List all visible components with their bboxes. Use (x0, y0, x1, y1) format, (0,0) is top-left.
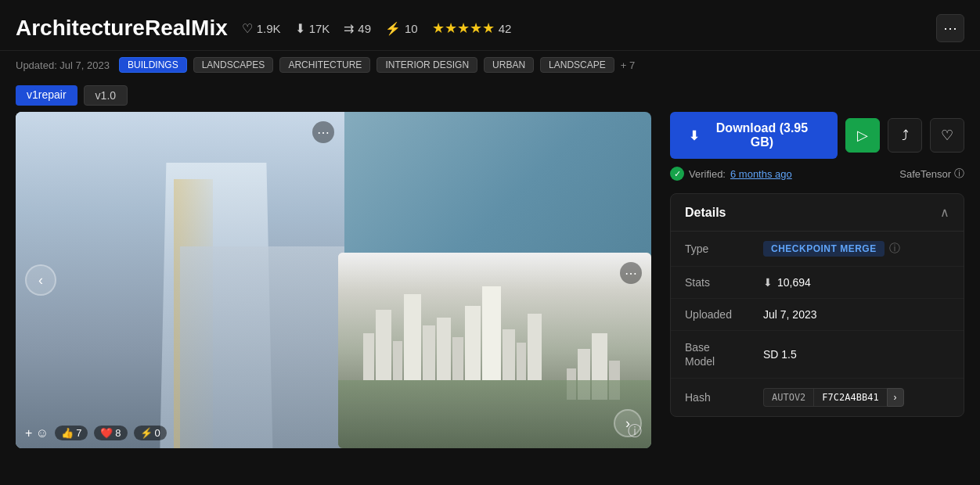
tips-count: 10 (405, 22, 418, 35)
hash-copy-button[interactable]: › (887, 388, 904, 407)
stats-value: ⬇ 10,694 (763, 276, 811, 289)
type-label: Type (685, 242, 755, 255)
gallery-image-right: ⋯ › (338, 253, 651, 448)
likes-stat: ♡ 1.9K (242, 21, 281, 36)
play-button[interactable]: ▷ (845, 118, 880, 153)
main-content: ⋯ (0, 112, 980, 448)
safetensor-info-icon[interactable]: ⓘ (954, 167, 964, 181)
gallery-nav-right[interactable]: › (614, 409, 642, 437)
details-stats-row: Stats ⬇ 10,694 (671, 267, 964, 299)
tag-urban[interactable]: URBAN (484, 57, 534, 73)
comments-stat: ⇉ 49 (344, 21, 371, 36)
safetensor-text: SafeTensor (899, 168, 951, 180)
gallery-nav-left[interactable]: ‹ (25, 264, 56, 296)
image-gallery: ⋯ (16, 112, 651, 448)
tips-stat: ⚡ 10 (385, 21, 418, 36)
details-card: Details ∧ Type CHECKPOINT MERGE ⓘ Stats … (670, 193, 964, 417)
uploaded-label: Uploaded (685, 308, 755, 321)
gallery-image-left (16, 112, 344, 448)
verified-left: ✓ Verified: 6 months ago (670, 167, 792, 181)
download-label: Download (3.95 GB) (705, 121, 819, 149)
stars-display: ★★★★★ (432, 20, 495, 37)
header-more-button[interactable]: ⋯ (936, 14, 964, 42)
thumbs-up-reaction[interactable]: 👍 7 (55, 426, 88, 440)
updated-text: Updated: Jul 7, 2023 (16, 59, 110, 71)
reactions-bar: + ☺ 👍 7 ❤️ 8 ⚡ 0 (25, 426, 167, 440)
stars-stat: ★★★★★ 42 (432, 20, 512, 37)
gallery-more-button[interactable]: ⋯ (312, 121, 334, 143)
type-info-icon[interactable]: ⓘ (889, 242, 900, 256)
lightning-icon: ⚡ (385, 21, 401, 36)
uploaded-date: Jul 7, 2023 (763, 308, 817, 321)
version-v10[interactable]: v1.0 (84, 85, 128, 106)
download-button[interactable]: ⬇ Download (3.95 GB) (670, 112, 838, 159)
stats-count: 10,694 (777, 276, 811, 289)
tag-interior-design[interactable]: INTERIOR DESIGN (377, 57, 477, 73)
stars-count: 42 (499, 22, 512, 35)
details-hash-row: Hash AUTOV2 F7C2A4BB41 › (671, 379, 964, 416)
right-panel: ⬇ Download (3.95 GB) ▷ ⤴ ♡ ✓ Verified: 6… (651, 112, 964, 448)
comments-count: 49 (358, 22, 371, 35)
likes-count: 1.9K (257, 22, 281, 35)
verified-time[interactable]: 6 months ago (730, 168, 792, 180)
page-title: ArchitectureRealMix (16, 16, 228, 41)
hash-label: Hash (685, 391, 755, 404)
stats-download-icon: ⬇ (763, 276, 773, 289)
uploaded-value: Jul 7, 2023 (763, 308, 817, 321)
comment-icon: ⇉ (344, 21, 354, 36)
tags-more[interactable]: + 7 (621, 59, 635, 71)
like-button[interactable]: ♡ (930, 118, 964, 153)
gallery-right-more-button[interactable]: ⋯ (620, 262, 642, 284)
hash-value-text: F7C2A4BB41 (813, 388, 886, 407)
reaction-add-button[interactable]: + ☺ (25, 426, 49, 440)
hash-value: AUTOV2 F7C2A4BB41 › (763, 388, 904, 407)
base-model-value: SD 1.5 (763, 348, 797, 361)
details-type-row: Type CHECKPOINT MERGE ⓘ (671, 232, 964, 267)
verified-icon: ✓ (670, 167, 684, 181)
hash-algorithm: AUTOV2 (763, 388, 813, 407)
details-header: Details ∧ (671, 194, 964, 232)
downloads-stat: ⬇ 17K (295, 21, 330, 36)
tags-row: Updated: Jul 7, 2023 BUILDINGS LANDSCAPE… (0, 51, 980, 79)
stats-label: Stats (685, 276, 755, 289)
tag-architecture[interactable]: ARCHITECTURE (279, 57, 370, 73)
tag-buildings[interactable]: BUILDINGS (119, 57, 187, 73)
details-collapse-button[interactable]: ∧ (940, 205, 949, 220)
download-icon-btn: ⬇ (689, 128, 699, 143)
lightning-reaction[interactable]: ⚡ 0 (134, 426, 167, 440)
verified-label: Verified: (689, 168, 726, 180)
details-uploaded-row: Uploaded Jul 7, 2023 (671, 299, 964, 331)
base-model-label: BaseModel (685, 340, 755, 368)
verified-row: ✓ Verified: 6 months ago SafeTensor ⓘ (670, 167, 964, 181)
tag-landscapes[interactable]: LANDSCAPES (193, 57, 274, 73)
heart-reaction[interactable]: ❤️ 8 (94, 426, 127, 440)
heart-icon: ♡ (242, 21, 253, 36)
share-button[interactable]: ⤴ (888, 118, 922, 153)
safetensor-label: SafeTensor ⓘ (899, 167, 964, 181)
version-v1repair[interactable]: v1repair (16, 85, 77, 106)
details-title: Details (685, 206, 726, 220)
gallery-main-image: ⋯ (16, 112, 651, 448)
city-aerial-view (338, 253, 651, 448)
hash-container: AUTOV2 F7C2A4BB41 › (763, 388, 904, 407)
type-badge: CHECKPOINT MERGE (763, 241, 885, 257)
page-header: ArchitectureRealMix ♡ 1.9K ⬇ 17K ⇉ 49 ⚡ … (0, 0, 980, 51)
type-value: CHECKPOINT MERGE ⓘ (763, 241, 900, 257)
tag-landscape[interactable]: LANDSCAPE (540, 57, 614, 73)
base-model-text: SD 1.5 (763, 348, 797, 361)
download-row: ⬇ Download (3.95 GB) ▷ ⤴ ♡ (670, 112, 964, 159)
download-icon: ⬇ (295, 21, 305, 36)
downloads-count: 17K (309, 22, 330, 35)
versions-row: v1repair v1.0 (0, 79, 980, 112)
details-base-model-row: BaseModel SD 1.5 (671, 331, 964, 379)
